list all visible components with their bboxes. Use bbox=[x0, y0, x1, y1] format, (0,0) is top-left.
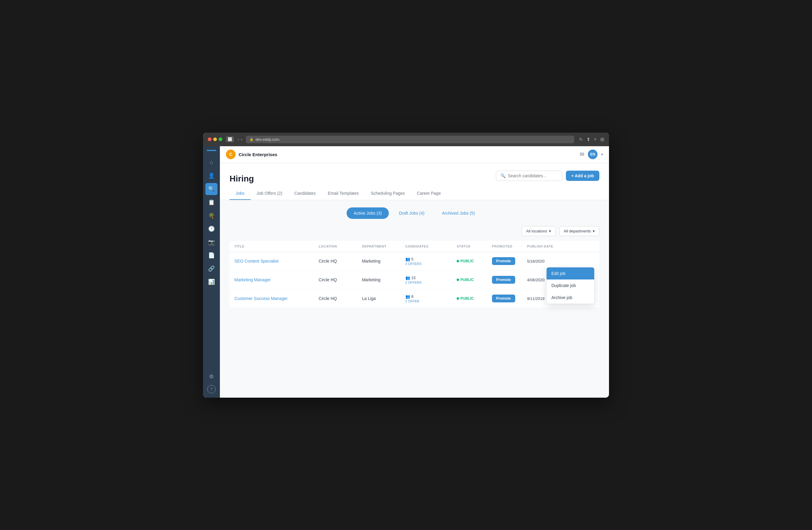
promote-seo[interactable]: Promote bbox=[492, 257, 525, 265]
promote-button-customer[interactable]: Promote bbox=[492, 295, 515, 303]
sidebar-item-documents[interactable]: 📋 bbox=[205, 196, 217, 208]
offers-badge-customer: 1 OFFER bbox=[405, 299, 454, 303]
col-location: LOCATION bbox=[319, 245, 360, 248]
department-laliga: La Liga bbox=[362, 296, 403, 301]
candidates-customer: 👥 8 1 OFFER bbox=[405, 294, 454, 303]
people-icon-marketing: 👥 bbox=[405, 276, 410, 280]
candidates-seo: 👥 5 3 OFFERS bbox=[405, 257, 454, 266]
context-menu-duplicate-job[interactable]: Duplicate job bbox=[547, 279, 594, 292]
candidate-count-marketing: 👥 15 bbox=[405, 276, 454, 280]
sidebar-toggle-button[interactable]: ⬜ bbox=[226, 136, 234, 142]
location-filter[interactable]: All locations ▾ bbox=[522, 226, 555, 236]
col-department: DEPARTMENT bbox=[362, 245, 403, 248]
header-actions: 🔍 + Add a job bbox=[496, 171, 599, 181]
add-job-button[interactable]: + Add a job bbox=[566, 171, 599, 181]
table-header: TITLE LOCATION DEPARTMENT CANDIDATES STA… bbox=[230, 241, 599, 252]
app-layout: ⌂ 👤 🔍 📋 🌴 🕐 📷 📄 🔗 📊 ⚙ ? C Circle Enterpr… bbox=[203, 146, 609, 398]
filter-active-jobs[interactable]: Active Jobs (3) bbox=[347, 207, 389, 219]
maximize-button[interactable] bbox=[219, 137, 222, 141]
mail-icon[interactable]: ✉ bbox=[580, 151, 584, 158]
people-icon-seo: 👥 bbox=[405, 257, 410, 261]
search-box[interactable]: 🔍 bbox=[496, 171, 562, 181]
sidebar-item-chart[interactable]: 📊 bbox=[205, 276, 217, 288]
sidebar-item-reports[interactable]: 📄 bbox=[205, 249, 217, 261]
nav-buttons: ‹ › bbox=[238, 137, 242, 142]
candidates-marketing: 👥 15 2 OFFERS bbox=[405, 276, 454, 284]
location-chevron-icon: ▾ bbox=[549, 229, 551, 233]
filter-draft-jobs[interactable]: Draft Jobs (4) bbox=[391, 207, 432, 219]
job-title-seo[interactable]: SEO Content Specialist bbox=[234, 259, 316, 264]
tab-jobs[interactable]: Jobs bbox=[230, 187, 251, 200]
sidebar: ⌂ 👤 🔍 📋 🌴 🕐 📷 📄 🔗 📊 ⚙ ? bbox=[203, 146, 220, 398]
status-dot-customer bbox=[457, 297, 459, 300]
candidate-count-customer: 👥 8 bbox=[405, 294, 454, 299]
close-button[interactable] bbox=[208, 137, 212, 141]
sidebar-item-people[interactable]: 👤 bbox=[205, 170, 217, 182]
date-seo: 5/18/2020 bbox=[527, 259, 568, 264]
jobs-table: TITLE LOCATION DEPARTMENT CANDIDATES STA… bbox=[230, 241, 599, 308]
job-title-customer[interactable]: Customer Success Manager bbox=[234, 296, 316, 301]
language-button[interactable]: EN bbox=[588, 149, 597, 159]
traffic-lights bbox=[208, 137, 222, 141]
filter-tabs: Active Jobs (3) Draft Jobs (4) Archived … bbox=[230, 207, 599, 219]
promote-customer[interactable]: Promote bbox=[492, 295, 525, 303]
filter-archived-jobs[interactable]: Archived Jobs (5) bbox=[434, 207, 482, 219]
people-icon-customer: 👥 bbox=[405, 294, 410, 299]
location-label: All locations bbox=[526, 229, 547, 233]
location-circle-hq-3: Circle HQ bbox=[319, 296, 360, 301]
col-status: STATUS bbox=[457, 245, 490, 248]
sidebar-item-settings[interactable]: ⚙ bbox=[205, 370, 217, 383]
department-marketing-1: Marketing bbox=[362, 259, 403, 264]
customer-success-manager-link[interactable]: Customer Success Manager bbox=[234, 296, 288, 301]
forward-button[interactable]: › bbox=[241, 137, 243, 142]
col-candidates: CANDIDATES bbox=[405, 245, 454, 248]
tab-email-templates[interactable]: Email Templates bbox=[322, 187, 365, 200]
reload-button[interactable]: ↻ bbox=[579, 137, 583, 142]
department-marketing-2: Marketing bbox=[362, 277, 403, 282]
seo-content-specialist-link[interactable]: SEO Content Specialist bbox=[234, 259, 278, 264]
context-menu-edit-job[interactable]: Edit job bbox=[547, 267, 594, 279]
content-body: Active Jobs (3) Draft Jobs (4) Archived … bbox=[220, 200, 609, 398]
job-title-marketing[interactable]: Marketing Manager bbox=[234, 277, 316, 282]
browser-actions: ⬆ + ⊞ bbox=[586, 136, 604, 142]
sidebar-item-time[interactable]: 🕐 bbox=[205, 223, 217, 235]
candidate-count-seo: 👥 5 bbox=[405, 257, 454, 261]
company-logo: C bbox=[226, 149, 235, 159]
status-marketing: PUBLIC bbox=[457, 278, 490, 282]
url-text: dev.eddy.com bbox=[256, 137, 279, 142]
context-menu-archive-job[interactable]: Archive job bbox=[547, 292, 594, 304]
back-button[interactable]: ‹ bbox=[238, 137, 239, 142]
tab-candidates[interactable]: Candidates bbox=[288, 187, 322, 200]
tab-scheduling-pages[interactable]: Scheduling Pages bbox=[365, 187, 411, 200]
address-bar[interactable]: 🔒 dev.eddy.com bbox=[246, 136, 574, 143]
col-publish-date: PUBLISH DATE bbox=[527, 245, 568, 248]
status-dot-seo bbox=[457, 260, 459, 262]
share-icon[interactable]: ⬆ bbox=[586, 136, 590, 142]
promote-marketing[interactable]: Promote bbox=[492, 276, 525, 284]
col-actions bbox=[570, 245, 595, 248]
sidebar-item-camera[interactable]: 📷 bbox=[205, 236, 217, 248]
sidebar-item-home[interactable]: ⌂ bbox=[205, 157, 217, 168]
promote-button-seo[interactable]: Promote bbox=[492, 257, 515, 265]
sidebar-item-benefits[interactable]: 🌴 bbox=[205, 209, 217, 222]
sidebar-item-integrations[interactable]: 🔗 bbox=[205, 263, 217, 275]
status-dot-marketing bbox=[457, 279, 459, 281]
sidebar-item-hiring[interactable]: 🔍 bbox=[205, 183, 217, 195]
department-chevron-icon: ▾ bbox=[593, 229, 595, 233]
marketing-manager-link[interactable]: Marketing Manager bbox=[234, 277, 271, 282]
grid-icon[interactable]: ⊞ bbox=[600, 136, 604, 142]
location-circle-hq-2: Circle HQ bbox=[319, 277, 360, 282]
table-row: SEO Content Specialist Circle HQ Marketi… bbox=[230, 252, 599, 271]
offers-badge-seo: 3 OFFERS bbox=[405, 262, 454, 266]
search-input[interactable] bbox=[508, 173, 558, 178]
company-name: Circle Enterprises bbox=[238, 152, 277, 157]
page-title: Hiring bbox=[230, 168, 254, 183]
sidebar-item-help[interactable]: ? bbox=[207, 385, 216, 394]
promote-button-marketing[interactable]: Promote bbox=[492, 276, 515, 284]
tab-career-page[interactable]: Career Page bbox=[411, 187, 447, 200]
minimize-button[interactable] bbox=[213, 137, 217, 141]
new-tab-icon[interactable]: + bbox=[594, 136, 597, 142]
lang-chevron-icon[interactable]: ▾ bbox=[601, 152, 603, 157]
tab-job-offers[interactable]: Job Offers (2) bbox=[251, 187, 288, 200]
department-filter[interactable]: All departments ▾ bbox=[559, 226, 599, 236]
